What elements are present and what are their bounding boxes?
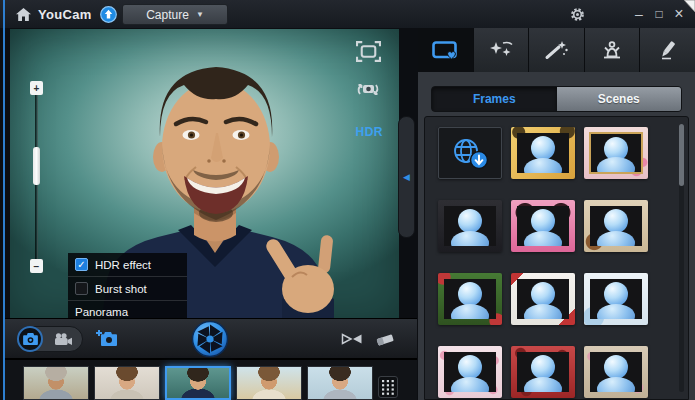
particle-effects-tab[interactable] [474, 28, 530, 72]
frame-tile-roses[interactable] [511, 346, 575, 398]
mouse-cursor [682, 0, 695, 14]
webcam-placeholder-icon [444, 279, 496, 319]
window-controls: – □ × [567, 0, 689, 28]
burst-shot-menu-item-checkbox[interactable] [75, 282, 88, 295]
capture-mode-toggle [17, 326, 83, 352]
draw-tab[interactable] [640, 28, 695, 72]
video-mode-button[interactable] [43, 333, 82, 345]
panorama-menu-item-label: Panorama [75, 306, 128, 318]
frame-tile-hearts[interactable] [511, 200, 575, 252]
panorama-menu-item[interactable]: Panorama [68, 301, 187, 318]
hdr-effect-menu-item-checkbox[interactable]: ✓ [75, 258, 88, 271]
frames-scrollbar-thumb[interactable] [679, 124, 684, 186]
gallery-grid-button[interactable] [378, 376, 398, 398]
frames-grid-container [424, 116, 689, 400]
capture-options-menu: ✓HDR effectBurst shotPanorama [68, 253, 187, 318]
pencil-icon [655, 40, 681, 60]
burst-shot-menu-item[interactable]: Burst shot [68, 277, 187, 301]
download-globe-icon [450, 136, 490, 170]
hdr-effect-menu-item[interactable]: ✓HDR effect [68, 253, 187, 277]
effects-tab-bar [418, 28, 695, 72]
frame-tile-petals[interactable] [438, 346, 502, 398]
zoom-slider[interactable]: + − [30, 81, 43, 273]
panel-collapse-handle[interactable]: ◀ [398, 116, 415, 238]
collapse-arrow-icon: ◀ [403, 172, 410, 182]
photo-thumbnail-2[interactable] [94, 366, 160, 400]
frame-tile-teddy[interactable] [584, 200, 648, 252]
frame-tile-camera[interactable] [438, 200, 502, 252]
app-title: YouCam [38, 7, 92, 22]
frames-subtab[interactable]: Frames [432, 87, 557, 111]
webcam-placeholder-icon [517, 352, 569, 392]
fullscreen-button[interactable] [356, 41, 381, 66]
frames-scenes-tab[interactable] [418, 28, 474, 72]
zoom-slider-thumb[interactable] [33, 147, 40, 185]
youcam-window: YouCam Capture ▼ – □ × [0, 0, 695, 400]
webcam-placeholder-icon [517, 279, 569, 319]
webcam-placeholder-icon [590, 206, 642, 246]
webcam-placeholder-icon [590, 279, 642, 319]
capture-button-label: Capture [146, 8, 189, 22]
capture-button[interactable]: Capture ▼ [122, 4, 228, 25]
maximize-button[interactable]: □ [649, 4, 669, 24]
chevron-down-icon: ▼ [196, 10, 204, 19]
webcam-placeholder-icon [444, 352, 496, 392]
webcam-placeholder-icon [444, 206, 496, 246]
photo-thumbnail-4[interactable] [236, 366, 302, 400]
webcam-placeholder-icon [590, 352, 642, 392]
webcam-placeholder-icon [517, 133, 569, 173]
settings-gear-button[interactable] [567, 4, 587, 24]
frame-tile-floral[interactable] [584, 346, 648, 398]
eraser-button[interactable] [375, 332, 395, 351]
scenes-subtab[interactable]: Scenes [557, 87, 682, 111]
minimize-button[interactable]: – [629, 4, 649, 24]
webcam-placeholder-icon [517, 206, 569, 246]
particles-icon [488, 40, 514, 60]
gadget-icon [599, 40, 625, 60]
frames-scrollbar[interactable] [679, 124, 684, 392]
effects-panel: Frames Scenes [418, 28, 695, 400]
titlebar: YouCam Capture ▼ – □ × [0, 0, 695, 28]
photo-thumbnail-1[interactable] [23, 366, 89, 400]
zoom-out-button[interactable]: − [30, 259, 43, 273]
webcam-placeholder-icon [589, 132, 643, 174]
download-more-frames-button[interactable] [438, 127, 502, 179]
burst-shot-menu-item-label: Burst shot [95, 283, 147, 295]
compare-view-button[interactable] [341, 332, 363, 350]
frame-tile-holiday[interactable] [438, 273, 502, 325]
magic-effects-tab[interactable] [529, 28, 585, 72]
magic-wand-icon [543, 40, 569, 60]
hdr-badge: HDR [356, 125, 384, 139]
capture-toolbar [5, 318, 417, 358]
frame-heart-icon [432, 40, 459, 60]
snapshot-button[interactable] [95, 327, 118, 350]
photo-filmstrip [5, 358, 417, 400]
upgrade-icon[interactable] [100, 6, 117, 23]
frame-tile-tropical[interactable] [511, 127, 575, 179]
home-icon[interactable] [16, 8, 31, 21]
frames-scenes-switch: Frames Scenes [431, 86, 682, 112]
photo-thumbnail-5[interactable] [307, 366, 373, 400]
gadgets-tab[interactable] [585, 28, 641, 72]
frame-tile-ribbon[interactable] [511, 273, 575, 325]
frame-tile-blossom[interactable] [584, 127, 648, 179]
rotate-camera-button[interactable] [355, 79, 381, 105]
zoom-in-button[interactable]: + [30, 81, 43, 95]
capture-shutter-button[interactable] [191, 320, 229, 358]
photo-mode-button[interactable] [17, 326, 43, 352]
hdr-effect-menu-item-label: HDR effect [95, 259, 151, 271]
frame-tile-winter[interactable] [584, 273, 648, 325]
webcam-preview: + − HDR ✓HDR effectBurst shotPanorama [10, 29, 399, 318]
photo-thumbnail-3[interactable] [165, 366, 231, 400]
